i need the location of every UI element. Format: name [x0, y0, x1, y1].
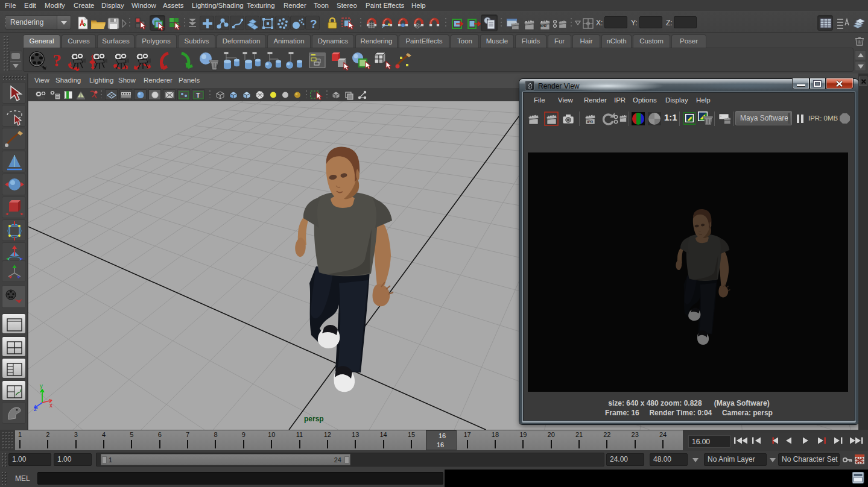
svg-text:y: y	[40, 383, 43, 389]
svg-text:z: z	[34, 406, 37, 412]
svg-text:IPR: IPR	[540, 24, 547, 28]
svg-text:?: ?	[310, 17, 317, 30]
svg-text:persp: persp	[304, 415, 324, 423]
svg-text:T: T	[196, 92, 200, 99]
svg-text:x: x	[49, 402, 52, 409]
svg-text:": "	[720, 115, 721, 119]
svg-text:?: ?	[52, 51, 62, 70]
svg-text:IPR: IPR	[587, 120, 594, 124]
